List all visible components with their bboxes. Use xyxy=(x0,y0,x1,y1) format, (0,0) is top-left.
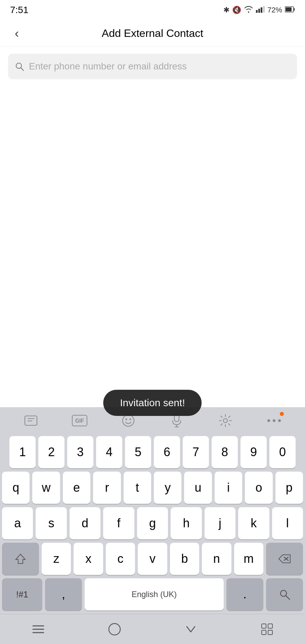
key-b[interactable]: b xyxy=(170,543,199,575)
status-icons: ✱ 🔇 72% xyxy=(223,5,295,15)
key-6[interactable]: 6 xyxy=(154,436,180,468)
key-j[interactable]: j xyxy=(205,507,235,539)
search-bar-wrap xyxy=(0,47,305,86)
key-v[interactable]: v xyxy=(138,543,167,575)
mid-letter-row: a s d f g h j k l xyxy=(2,507,303,539)
key-z[interactable]: z xyxy=(42,543,71,575)
page-title: Add External Contact xyxy=(27,27,278,40)
key-s[interactable]: s xyxy=(36,507,67,539)
back-arrow-icon: ‹ xyxy=(15,26,19,41)
key-w[interactable]: w xyxy=(32,472,60,504)
svg-point-15 xyxy=(125,419,127,420)
more-options-button[interactable] xyxy=(262,411,286,431)
svg-point-23 xyxy=(278,419,281,422)
key-d[interactable]: d xyxy=(70,507,100,539)
key-1[interactable]: 1 xyxy=(9,436,36,468)
svg-rect-36 xyxy=(268,630,272,635)
key-r[interactable]: r xyxy=(93,472,121,504)
mute-icon: 🔇 xyxy=(232,6,241,14)
key-7[interactable]: 7 xyxy=(183,436,209,468)
key-9[interactable]: 9 xyxy=(241,436,267,468)
svg-marker-24 xyxy=(16,554,25,564)
svg-line-28 xyxy=(286,596,290,599)
svg-rect-33 xyxy=(262,624,266,628)
key-3[interactable]: 3 xyxy=(67,436,93,468)
svg-point-20 xyxy=(223,419,227,423)
space-key[interactable]: English (UK) xyxy=(85,578,224,610)
toast-message: Invitation sent! xyxy=(120,397,185,408)
gif-button[interactable]: GIF xyxy=(68,411,91,431)
signal-icon xyxy=(256,5,265,15)
action-row: !#1 , English (UK) . xyxy=(2,578,303,610)
search-bar[interactable] xyxy=(8,54,297,79)
key-p[interactable]: p xyxy=(275,472,303,504)
keyboard-search-key[interactable] xyxy=(266,578,303,610)
backspace-key[interactable] xyxy=(266,543,303,575)
apps-nav-button[interactable] xyxy=(254,616,280,643)
svg-rect-6 xyxy=(286,7,292,11)
comma-key[interactable]: , xyxy=(45,578,82,610)
status-time: 7:51 xyxy=(10,5,29,15)
settings-button[interactable] xyxy=(214,411,237,431)
wifi-icon xyxy=(244,5,253,15)
key-g[interactable]: g xyxy=(137,507,168,539)
svg-rect-5 xyxy=(294,8,295,11)
number-row: 1 2 3 4 5 6 7 8 9 0 xyxy=(2,436,303,468)
toast-notification: Invitation sent! xyxy=(103,390,202,416)
home-nav-button[interactable] xyxy=(101,616,128,643)
contact-search-input[interactable] xyxy=(29,61,290,72)
recents-nav-button[interactable] xyxy=(25,616,52,643)
svg-text:GIF: GIF xyxy=(75,418,84,424)
svg-rect-0 xyxy=(256,10,258,13)
key-f[interactable]: f xyxy=(103,507,134,539)
key-l[interactable]: l xyxy=(272,507,303,539)
search-icon xyxy=(15,62,24,71)
svg-rect-2 xyxy=(261,7,262,13)
key-y[interactable]: y xyxy=(154,472,181,504)
key-m[interactable]: m xyxy=(234,543,263,575)
status-bar: 7:51 ✱ 🔇 72% xyxy=(0,0,305,20)
keyboard-rows: 1 2 3 4 5 6 7 8 9 0 q w e r t y u i o p … xyxy=(0,434,305,610)
svg-line-8 xyxy=(21,68,24,70)
battery-percent: 72% xyxy=(267,6,282,14)
svg-rect-34 xyxy=(268,624,272,628)
key-c[interactable]: c xyxy=(106,543,135,575)
svg-point-16 xyxy=(129,419,131,420)
key-0[interactable]: 0 xyxy=(269,436,296,468)
notification-dot xyxy=(280,412,284,416)
key-2[interactable]: 2 xyxy=(38,436,64,468)
key-i[interactable]: i xyxy=(215,472,242,504)
bottom-nav xyxy=(0,614,305,644)
bluetooth-icon: ✱ xyxy=(223,6,229,14)
key-t[interactable]: t xyxy=(124,472,151,504)
key-q[interactable]: q xyxy=(2,472,30,504)
key-n[interactable]: n xyxy=(202,543,231,575)
key-e[interactable]: e xyxy=(63,472,90,504)
key-8[interactable]: 8 xyxy=(212,436,238,468)
period-key[interactable]: . xyxy=(226,578,263,610)
shift-key[interactable] xyxy=(2,543,39,575)
svg-point-14 xyxy=(123,415,134,426)
bot-letter-row: z x c v b n m xyxy=(2,543,303,575)
back-button[interactable]: ‹ xyxy=(7,23,27,44)
sticker-button[interactable] xyxy=(19,411,43,431)
key-x[interactable]: x xyxy=(74,543,103,575)
top-letter-row: q w e r t y u i o p xyxy=(2,472,303,504)
keyboard-area: GIF xyxy=(0,407,305,644)
svg-rect-3 xyxy=(263,6,265,13)
key-4[interactable]: 4 xyxy=(96,436,122,468)
key-u[interactable]: u xyxy=(184,472,212,504)
main-content xyxy=(0,86,305,305)
back-nav-button[interactable] xyxy=(177,616,204,643)
key-h[interactable]: h xyxy=(171,507,202,539)
key-a[interactable]: a xyxy=(2,507,33,539)
svg-rect-35 xyxy=(262,630,266,635)
special-chars-key[interactable]: !#1 xyxy=(2,578,42,610)
key-o[interactable]: o xyxy=(245,472,272,504)
key-k[interactable]: k xyxy=(238,507,269,539)
svg-point-32 xyxy=(109,624,120,635)
svg-point-22 xyxy=(273,419,275,422)
svg-rect-1 xyxy=(258,9,260,13)
key-5[interactable]: 5 xyxy=(125,436,151,468)
svg-point-21 xyxy=(267,419,270,422)
